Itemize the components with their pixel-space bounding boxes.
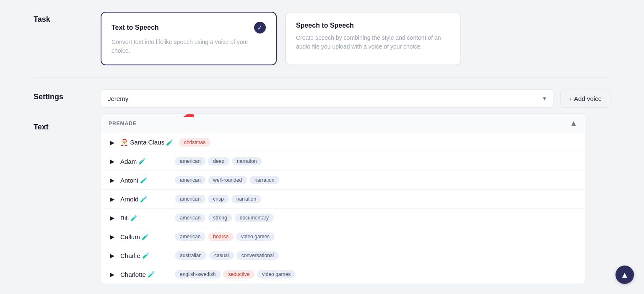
voice-select-row: Jeremy ▾ + Add voice	[101, 89, 610, 108]
tag-christmas: christmas	[179, 138, 210, 147]
tag-american: american	[175, 232, 205, 241]
voice-name-bill: Bill	[120, 214, 129, 222]
tag-english-swedish: english-swedish	[175, 270, 221, 279]
tag-american: american	[175, 176, 205, 184]
voice-item[interactable]: ▶ Bill 🧪 american strong documentary	[101, 209, 585, 227]
tags-row-antoni: american well-rounded narration	[175, 176, 279, 184]
tag-casual: casual	[209, 251, 234, 260]
tag-deep: deep	[208, 157, 229, 165]
dropdown-section-label: PREMADE	[109, 121, 137, 126]
task-card-sts-header: Speech to Speech	[296, 22, 450, 29]
voice-dropdown[interactable]: Jeremy ▾	[101, 89, 553, 108]
flask-icon-bill: 🧪	[130, 214, 138, 221]
play-button-callum[interactable]: ▶	[109, 233, 116, 241]
tag-american: american	[175, 214, 205, 222]
voice-name-antoni: Antoni	[120, 177, 138, 184]
tag-narration: narration	[249, 176, 279, 184]
voice-item[interactable]: ▶ Charlie 🧪 australian casual conversati…	[101, 246, 585, 265]
chevron-down-icon: ▾	[543, 95, 546, 102]
tags-row-adam: american deep narration	[175, 157, 262, 165]
flask-icon-santa-claus: 🧪	[166, 139, 173, 146]
flask-icon-adam: 🧪	[138, 158, 145, 165]
settings-label: Settings	[34, 89, 84, 101]
tag-documentary: documentary	[235, 214, 274, 222]
voice-dropdown-panel: PREMADE ▲ ▶ 🎅 Santa Claus 🧪 christmas	[101, 113, 585, 284]
voice-item[interactable]: ▶ Callum 🧪 american hoarse video games	[101, 227, 585, 246]
voice-name-adam: Adam	[120, 158, 137, 165]
flask-icon-charlotte: 🧪	[148, 271, 155, 278]
dropdown-header: PREMADE ▲	[101, 114, 585, 133]
flask-icon-charlie: 🧪	[142, 252, 149, 259]
voice-name-callum: Callum	[120, 233, 140, 240]
voice-name-charlie: Charlie	[120, 252, 140, 259]
play-button-bill[interactable]: ▶	[109, 214, 116, 222]
task-card-sts[interactable]: Speech to Speech Create speech by combin…	[285, 12, 461, 65]
voice-item[interactable]: ▶ Adam 🧪 american deep narration	[101, 152, 585, 171]
play-button-arnold[interactable]: ▶	[109, 195, 116, 203]
scroll-to-top-button[interactable]: ▲	[615, 266, 634, 284]
tag-australian: australian	[175, 251, 207, 260]
tag-conversational: conversational	[236, 251, 279, 260]
add-voice-button[interactable]: + Add voice	[560, 90, 610, 108]
tag-video-games: video games	[236, 232, 275, 241]
tag-well-rounded: well-rounded	[208, 176, 247, 184]
task-section: Task Text to Speech ✓ Convert text into …	[34, 0, 610, 77]
task-card-tts[interactable]: Text to Speech ✓ Convert text into lifel…	[101, 12, 277, 65]
flask-icon-antoni: 🧪	[140, 177, 147, 183]
tag-seductive: seductive	[223, 270, 254, 279]
task-label: Task	[34, 12, 84, 24]
voice-name-santa-claus: 🎅 Santa Claus	[120, 139, 164, 146]
main-container: Task Text to Speech ✓ Convert text into …	[0, 0, 644, 294]
voice-item[interactable]: ▶ Arnold 🧪 american crisp narration	[101, 190, 585, 209]
tags-row-bill: american strong documentary	[175, 214, 274, 222]
tags-row-charlie: australian casual conversational	[175, 251, 279, 260]
check-icon-tts: ✓	[254, 22, 266, 34]
tags-row-santa-claus: christmas	[179, 138, 210, 147]
tags-row-callum: american hoarse video games	[175, 232, 275, 241]
play-button-charlotte[interactable]: ▶	[109, 271, 116, 279]
flask-icon-callum: 🧪	[142, 233, 149, 240]
task-card-sts-desc: Create speech by combining the style and…	[296, 34, 450, 51]
flask-icon-arnold: 🧪	[140, 196, 147, 202]
settings-section: Settings Jeremy ▾ + Add voice	[34, 77, 610, 108]
tag-narration: narration	[231, 195, 261, 203]
task-card-tts-header: Text to Speech ✓	[112, 22, 266, 34]
play-button-adam[interactable]: ▶	[109, 157, 116, 165]
play-button-santa-claus[interactable]: ▶	[109, 139, 116, 147]
tag-narration: narration	[232, 157, 262, 165]
tags-row-charlotte: english-swedish seductive video games	[175, 270, 296, 279]
settings-content: Jeremy ▾ + Add voice PREMADE	[101, 89, 610, 108]
tag-strong: strong	[208, 214, 232, 222]
play-button-antoni[interactable]: ▶	[109, 176, 116, 184]
tags-row-arnold: american crisp narration	[175, 195, 261, 203]
voice-name-arnold: Arnold	[120, 196, 138, 203]
dropdown-collapse-button[interactable]: ▲	[570, 119, 577, 128]
task-card-sts-title: Speech to Speech	[296, 22, 354, 29]
voice-item[interactable]: ▶ Charlotte 🧪 english-swedish seductive …	[101, 265, 585, 284]
task-cards: Text to Speech ✓ Convert text into lifel…	[101, 12, 610, 65]
tag-hoarse: hoarse	[208, 232, 234, 241]
play-button-charlie[interactable]: ▶	[109, 252, 116, 260]
tag-video-games-charlotte: video games	[257, 270, 296, 279]
voice-dropdown-value: Jeremy	[108, 95, 128, 102]
task-card-tts-desc: Convert text into lifelike speech using …	[112, 38, 266, 55]
dropdown-list[interactable]: ▶ 🎅 Santa Claus 🧪 christmas ▶ A	[101, 133, 585, 284]
tag-american: american	[175, 157, 205, 165]
voice-item[interactable]: ▶ Antoni 🧪 american well-rounded narrati…	[101, 171, 585, 190]
voice-name-charlotte: Charlotte	[120, 271, 146, 278]
tag-american: american	[175, 195, 205, 203]
voice-item[interactable]: ▶ 🎅 Santa Claus 🧪 christmas	[101, 133, 585, 152]
task-card-tts-title: Text to Speech	[112, 24, 159, 31]
tag-crisp: crisp	[208, 195, 229, 203]
text-label: Text	[34, 119, 84, 132]
